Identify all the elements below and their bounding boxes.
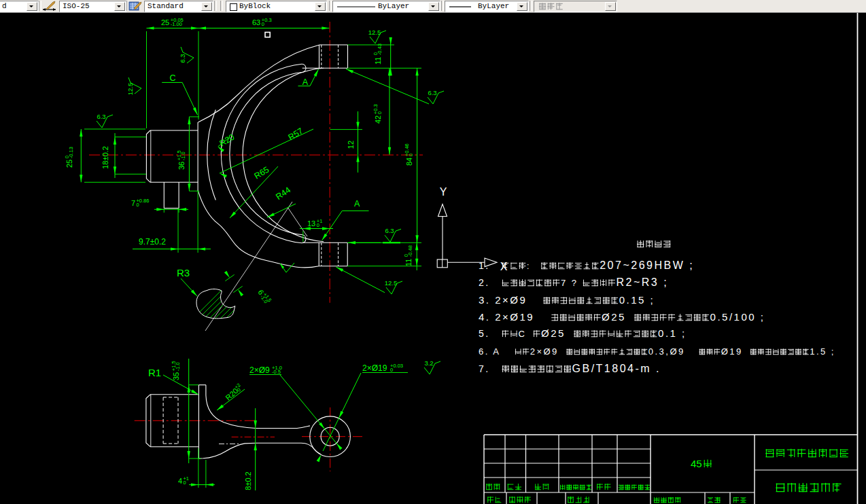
- svg-text:12: 12: [347, 141, 355, 149]
- svg-text:4. 2×Ø19: 4. 2×Ø19: [479, 311, 539, 323]
- svg-text:Ø25: Ø25: [541, 327, 570, 339]
- svg-text:GB/T1804-m .: GB/T1804-m .: [572, 363, 661, 374]
- svg-text:5.: 5.: [479, 328, 494, 339]
- svg-text:12.5: 12.5: [126, 83, 134, 96]
- svg-text:11: 11: [374, 57, 382, 65]
- svg-text:63: 63: [252, 18, 260, 26]
- svg-text:13: 13: [307, 219, 315, 228]
- svg-text:7 ?: 7 ?: [561, 278, 578, 288]
- svg-text:0: 0: [390, 367, 393, 373]
- svg-text:0: 0: [262, 21, 264, 27]
- svg-text:2×Ø19: 2×Ø19: [362, 363, 387, 373]
- svg-text:6.3: 6.3: [428, 89, 436, 96]
- svg-text:6.3: 6.3: [385, 227, 394, 234]
- svg-text:35: 35: [172, 372, 180, 380]
- svg-text:6. A: 6. A: [479, 346, 504, 357]
- svg-text:36: 36: [177, 162, 186, 170]
- svg-text:6.3: 6.3: [97, 113, 105, 120]
- svg-text:207~269HBW ;: 207~269HBW ;: [600, 259, 694, 271]
- svg-text:R2~R3 ;: R2~R3 ;: [617, 276, 669, 288]
- svg-text:-0.43: -0.43: [377, 43, 383, 55]
- svg-text:-1.00: -1.00: [171, 21, 182, 27]
- svg-text:42: 42: [374, 115, 382, 124]
- svg-text:Ø19: Ø19: [721, 346, 747, 357]
- svg-text:7.: 7.: [479, 363, 494, 374]
- svg-text:2×Ø9: 2×Ø9: [530, 346, 563, 357]
- svg-text:0.5/100 ;: 0.5/100 ;: [710, 311, 765, 323]
- svg-text:A: A: [302, 77, 309, 87]
- svg-text:4: 4: [178, 477, 182, 485]
- svg-text:25: 25: [161, 18, 169, 26]
- svg-text:0: 0: [183, 480, 186, 486]
- svg-text:Y: Y: [440, 186, 447, 198]
- svg-text:C: C: [519, 329, 531, 339]
- svg-text:R1: R1: [148, 367, 161, 378]
- svg-text:8±0.2: 8±0.2: [244, 471, 252, 490]
- svg-text:2×Ø9: 2×Ø9: [249, 365, 270, 375]
- svg-text:7: 7: [131, 199, 135, 207]
- svg-text:0.1 ;: 0.1 ;: [658, 327, 687, 339]
- svg-text:0: 0: [317, 222, 319, 228]
- svg-text:R3: R3: [177, 267, 190, 278]
- svg-text:9.7±0.2: 9.7±0.2: [139, 237, 166, 247]
- svg-text:25: 25: [65, 160, 73, 168]
- svg-text:0: 0: [377, 111, 383, 114]
- svg-text:45: 45: [691, 458, 702, 469]
- svg-text:X: X: [500, 261, 508, 272]
- svg-text:2.: 2.: [479, 277, 494, 288]
- svg-text:11: 11: [404, 259, 413, 266]
- svg-text:6.3: 6.3: [179, 54, 186, 62]
- svg-text:C: C: [169, 73, 175, 83]
- svg-text:3.2: 3.2: [424, 359, 433, 367]
- svg-text:-1.0: -1.0: [180, 151, 186, 160]
- svg-text:-1.0: -1.0: [175, 362, 181, 371]
- svg-text:0.3,Ø9: 0.3,Ø9: [648, 346, 689, 357]
- svg-text:-0.5: -0.5: [272, 369, 281, 375]
- svg-text:0: 0: [136, 202, 139, 208]
- svg-text::: :: [527, 262, 535, 271]
- svg-text:A: A: [354, 199, 360, 209]
- svg-text:0: 0: [408, 154, 414, 156]
- svg-text:12.5: 12.5: [368, 29, 381, 36]
- svg-text:-0.48: -0.48: [407, 245, 413, 257]
- svg-text:Ø25: Ø25: [602, 311, 631, 323]
- svg-text:3. 2×Ø9: 3. 2×Ø9: [479, 294, 532, 306]
- svg-text:-0.13: -0.13: [68, 147, 74, 158]
- svg-text:12.5: 12.5: [385, 279, 398, 287]
- svg-text:1.5 ;: 1.5 ;: [810, 346, 835, 357]
- svg-text:18±0.2: 18±0.2: [101, 146, 109, 169]
- svg-text:0.15 ;: 0.15 ;: [619, 294, 655, 306]
- svg-text:1.: 1.: [479, 260, 494, 271]
- svg-text:84: 84: [405, 158, 413, 166]
